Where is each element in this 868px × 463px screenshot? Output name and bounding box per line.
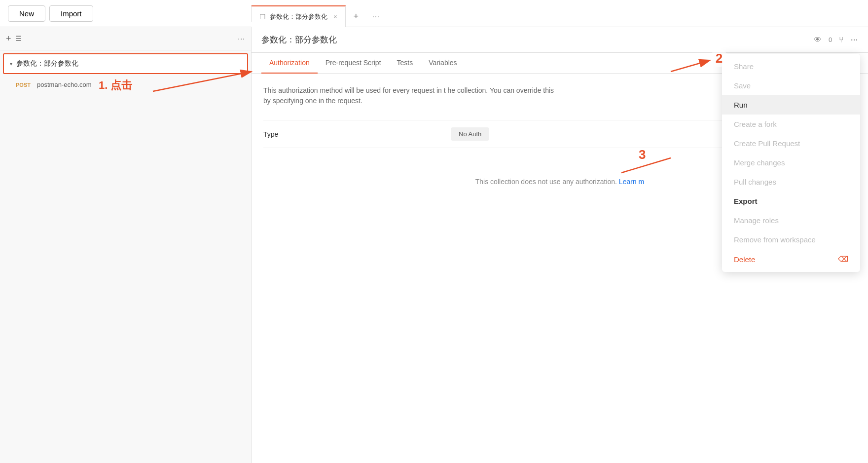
learn-more-link[interactable]: Learn m <box>619 178 644 186</box>
menu-item-run[interactable]: Run <box>722 95 860 115</box>
sidebar-add-icon[interactable]: + <box>6 34 11 44</box>
request-url: postman-echo.com <box>37 81 92 88</box>
notification-badge: 0 <box>829 36 832 43</box>
tab-variables[interactable]: Variables <box>421 53 465 74</box>
add-tab-button[interactable]: + <box>346 5 367 27</box>
request-item[interactable]: POST postman-echo.com <box>0 77 251 92</box>
menu-item-manage-roles[interactable]: Manage roles <box>722 211 860 230</box>
content-area: 参数化：部分参数化 👁 0 ⑂ ··· Authorization Pre-re… <box>252 27 868 463</box>
import-button[interactable]: Import <box>49 5 93 22</box>
collection-name: 参数化：部分参数化 <box>16 59 78 68</box>
menu-item-pull-changes[interactable]: Pull changes <box>722 172 860 192</box>
tab-close-icon[interactable]: × <box>333 13 337 20</box>
collection-chevron-icon: ▾ <box>10 61 12 67</box>
tab-file-icon: ☐ <box>259 13 266 21</box>
eye-icon[interactable]: 👁 <box>814 36 822 44</box>
request-method-badge: POST <box>16 82 33 88</box>
more-options-icon[interactable]: ··· <box>851 36 858 44</box>
collection-item[interactable]: ▾ 参数化：部分参数化 <box>3 53 248 74</box>
menu-item-share[interactable]: Share <box>722 57 860 76</box>
type-label: Type <box>263 130 303 138</box>
sidebar-filter-icon[interactable]: ☰ <box>15 35 22 42</box>
menu-item-export[interactable]: Export <box>722 192 860 211</box>
sidebar: + ☰ ··· ▾ 参数化：部分参数化 POST postman-echo.co… <box>0 27 252 463</box>
auth-description: This authorization method will be used f… <box>263 85 559 106</box>
menu-item-remove-workspace[interactable]: Remove from workspace <box>722 230 860 249</box>
tab-tests[interactable]: Tests <box>389 53 421 74</box>
menu-item-create-pull-request[interactable]: Create Pull Request <box>722 134 860 153</box>
active-tab[interactable]: ☐ 参数化：部分参数化 × <box>252 5 346 27</box>
dropdown-menu: Share Save Run Create a fork Create Pull… <box>722 54 860 272</box>
menu-item-merge-changes[interactable]: Merge changes <box>722 153 860 172</box>
tab-more-button[interactable]: ··· <box>366 5 386 27</box>
fork-icon[interactable]: ⑂ <box>839 36 844 44</box>
menu-item-create-fork[interactable]: Create a fork <box>722 115 860 134</box>
type-value[interactable]: No Auth <box>451 127 489 141</box>
menu-item-delete[interactable]: Delete ⌫ <box>722 249 860 269</box>
sidebar-options-icon[interactable]: ··· <box>238 35 245 42</box>
menu-item-save[interactable]: Save <box>722 76 860 95</box>
new-button[interactable]: New <box>8 5 45 22</box>
delete-icon: ⌫ <box>838 255 848 264</box>
sidebar-search-input[interactable] <box>26 32 234 45</box>
tab-pre-request-script[interactable]: Pre-request Script <box>318 53 389 74</box>
content-title: 参数化：部分参数化 <box>261 34 337 45</box>
tab-title: 参数化：部分参数化 <box>270 12 327 21</box>
tab-authorization[interactable]: Authorization <box>261 53 318 74</box>
